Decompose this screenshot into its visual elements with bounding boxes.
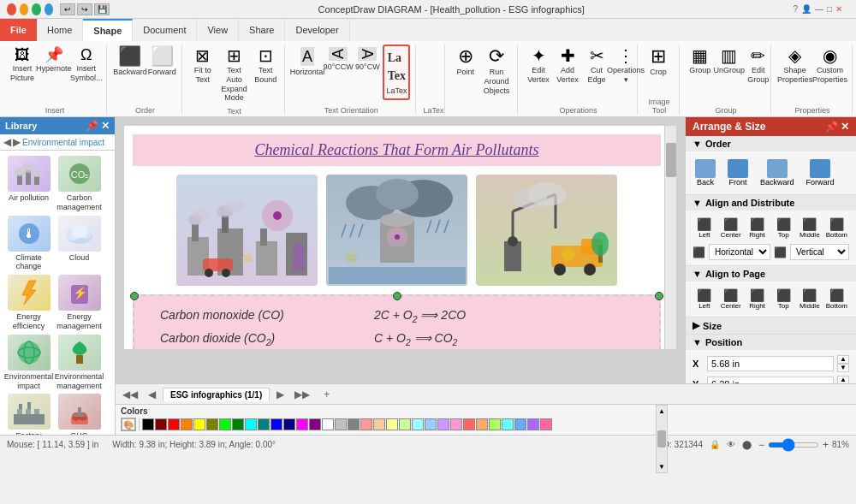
toolbar-icon-2[interactable]: ↪	[77, 3, 92, 15]
rotate-90cw-btn[interactable]: A 90°CW	[354, 44, 381, 74]
color-navy[interactable]	[283, 418, 295, 430]
align-right-btn[interactable]: ⬛Right	[746, 216, 770, 240]
toolbar-icon-3[interactable]: 💾	[94, 3, 110, 15]
tab-file[interactable]: File	[0, 19, 37, 41]
sidebar-close-icon[interactable]: ✕	[101, 120, 110, 132]
zoom-plus-btn[interactable]: +	[823, 439, 829, 451]
color-gray[interactable]	[348, 418, 360, 430]
equations-box[interactable]: Carbon monoxide (CO) 2C + O2 ⟹ 2CO Carbo…	[133, 294, 661, 349]
horizontal-scrollbar[interactable]: ▲ ▼	[656, 405, 668, 435]
vertical-scrollbar[interactable]	[664, 126, 676, 349]
distribute-select-v[interactable]: Vertical	[790, 244, 849, 260]
color-pink[interactable]	[360, 418, 372, 430]
sidebar-prev-btn[interactable]: ◀	[3, 136, 11, 148]
color-orange[interactable]	[181, 418, 193, 430]
backward-btn[interactable]: ⬛ Backward	[114, 44, 146, 80]
tab-share[interactable]: Share	[239, 19, 285, 41]
color-lightblue[interactable]	[425, 418, 437, 430]
point-btn[interactable]: ⊕ Point	[452, 44, 479, 80]
page-top-btn[interactable]: ⬛Top	[771, 287, 795, 311]
page-add-btn[interactable]: +	[320, 388, 333, 400]
sidebar-item-cloud[interactable]: Cloud	[56, 216, 103, 272]
sidebar-item-energy-mgmt[interactable]: ⚡ Energy management	[56, 275, 103, 331]
hscroll-up[interactable]: ▲	[658, 407, 665, 415]
align-middle-btn[interactable]: ⬛Middle	[798, 216, 822, 240]
zoom-slider[interactable]	[768, 442, 819, 448]
tab-document[interactable]: Document	[133, 19, 197, 41]
page-nav-right[interactable]: ▶	[273, 388, 288, 400]
tab-view[interactable]: View	[197, 19, 239, 41]
sidebar-item-env-mgmt[interactable]: Environmental management	[56, 335, 103, 391]
sidebar-item-climate[interactable]: 🌡 Climate change	[5, 216, 52, 272]
color-cyan[interactable]	[245, 418, 257, 430]
shape-properties-btn[interactable]: ◈ ShapeProperties	[778, 44, 811, 87]
color-green[interactable]	[232, 418, 244, 430]
edit-group-btn[interactable]: ✏ EditGroup	[745, 44, 772, 87]
front-btn[interactable]: Front	[725, 157, 751, 189]
tab-developer[interactable]: Developer	[285, 19, 349, 41]
sidebar-pin-icon[interactable]: 📌	[86, 120, 98, 132]
color-peach[interactable]	[373, 418, 385, 430]
color-darkred[interactable]	[155, 418, 167, 430]
align-page-header[interactable]: ▼ Align to Page	[686, 266, 856, 282]
panel-close-icon[interactable]: ✕	[841, 121, 849, 133]
account-btn[interactable]: 👤	[801, 4, 811, 14]
custom-properties-btn[interactable]: ◉ CustomProperties	[813, 44, 847, 87]
canvas-area[interactable]: Chemical Reactions That Form Air Polluta…	[116, 117, 685, 383]
sidebar-item-env-impact[interactable]: Environmental impact	[5, 335, 52, 391]
page-left-btn[interactable]: ⬛Left	[693, 287, 716, 311]
color-lime[interactable]	[219, 418, 231, 430]
color-black[interactable]	[142, 418, 154, 430]
page-nav-prev[interactable]: ◀◀	[119, 388, 141, 400]
color-aqua[interactable]	[502, 418, 514, 430]
group-btn[interactable]: ▦ Group	[687, 44, 714, 78]
page-center-btn[interactable]: ⬛Center	[719, 287, 743, 311]
color-lightred[interactable]	[463, 418, 475, 430]
color-red[interactable]	[168, 418, 180, 430]
crop-btn[interactable]: ⊞ Crop	[645, 44, 672, 80]
sidebar-item-air-pollution[interactable]: Air pollution	[5, 156, 52, 212]
horizontal-btn[interactable]: A Horizontal	[292, 44, 323, 80]
hypernote-btn[interactable]: 📌 Hypernote	[38, 44, 69, 76]
page-tab-esg[interactable]: ESG infographics (1/1)	[163, 388, 270, 401]
close-btn[interactable]: ✕	[835, 4, 842, 14]
align-section-header[interactable]: ▼ Align and Distribute	[686, 195, 856, 210]
panel-pin-icon[interactable]: 📌	[825, 121, 838, 133]
color-picker-btn[interactable]: 🎨	[121, 418, 136, 431]
align-left-btn[interactable]: ⬛Left	[693, 216, 716, 240]
color-purple[interactable]	[309, 418, 321, 430]
color-teal[interactable]	[258, 418, 270, 430]
color-lightyellow[interactable]	[386, 418, 398, 430]
page-nav-next[interactable]: ▶▶	[291, 388, 313, 400]
color-hotpink[interactable]	[540, 418, 552, 430]
pos-y-up[interactable]: ▲	[837, 376, 849, 383]
align-top-btn[interactable]: ⬛Top	[771, 216, 795, 240]
ungroup-btn[interactable]: ▥ UnGroup	[716, 44, 743, 78]
sidebar-item-ghg[interactable]: GHG emission	[56, 394, 103, 435]
forward-btn[interactable]: ⬜ Forward	[148, 44, 176, 80]
color-olive[interactable]	[206, 418, 218, 430]
sidebar-item-energy-eff[interactable]: Energy efficiency	[5, 275, 52, 331]
color-blue[interactable]	[270, 418, 282, 430]
color-lightorange[interactable]	[476, 418, 488, 430]
v-scroll-thumb[interactable]	[666, 143, 676, 177]
sidebar-item-carbon[interactable]: CO₂ Carbon management	[56, 156, 103, 212]
page-right-btn[interactable]: ⬛Right	[746, 287, 770, 311]
back-btn[interactable]: Back	[693, 157, 718, 189]
pos-x-input[interactable]	[707, 356, 834, 371]
sidebar-item-factory[interactable]: Factory	[5, 394, 52, 435]
color-skyblue[interactable]	[514, 418, 526, 430]
tab-home[interactable]: Home	[37, 19, 83, 41]
edit-vertex-btn[interactable]: ✦ EditVertex	[525, 44, 552, 87]
size-section-header[interactable]: ▶ Size	[686, 317, 856, 334]
pos-x-up[interactable]: ▲	[837, 355, 849, 364]
color-lightcyan[interactable]	[412, 418, 424, 430]
minimize-btn[interactable]: —	[815, 4, 823, 14]
color-yellow[interactable]	[193, 418, 205, 430]
hscroll-thumb[interactable]	[657, 430, 666, 435]
fit-text-btn[interactable]: ⊠ Fit toText	[189, 44, 217, 87]
text-bound-btn[interactable]: ⊡ TextBound	[252, 44, 279, 87]
run-around-btn[interactable]: ⟳ Run AroundObjects	[481, 44, 512, 98]
toolbar-icon-1[interactable]: ↩	[60, 3, 75, 15]
zoom-out-btn[interactable]: −	[758, 439, 764, 451]
